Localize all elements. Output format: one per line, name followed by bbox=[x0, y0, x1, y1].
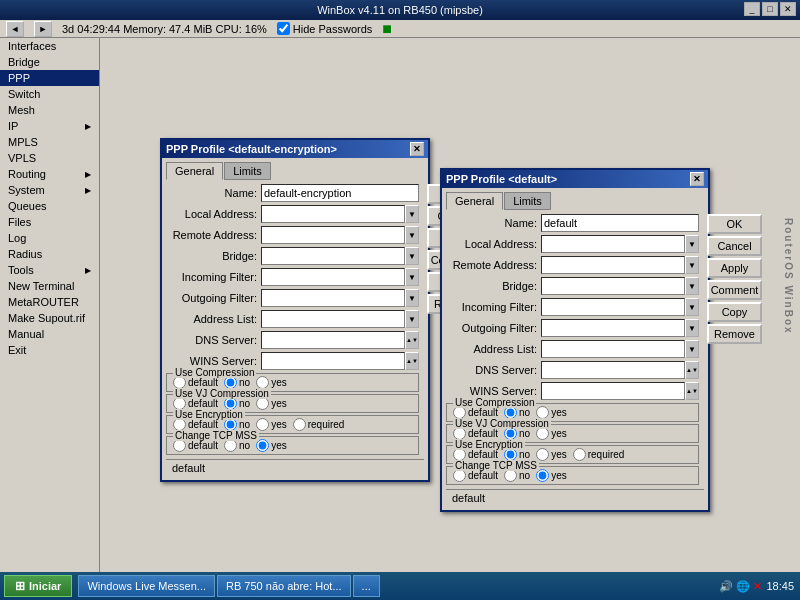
dialog2-bridge-arrow[interactable]: ▼ bbox=[685, 277, 699, 295]
status-text: 3d 04:29:44 Memory: 47.4 MiB CPU: 16% bbox=[62, 23, 267, 35]
sidebar-item-ppp[interactable]: PPP bbox=[0, 70, 99, 86]
dialog1-local-address-input[interactable] bbox=[261, 205, 405, 223]
dialog2-name-input[interactable] bbox=[541, 214, 699, 232]
dialog2-remote-address-label: Remote Address: bbox=[446, 259, 541, 271]
sidebar-item-make-supout[interactable]: Make Supout.rif bbox=[0, 310, 99, 326]
dialog1-bridge-arrow[interactable]: ▼ bbox=[405, 247, 419, 265]
dialog2-remote-address-input[interactable] bbox=[541, 256, 685, 274]
sidebar-item-queues[interactable]: Queues bbox=[0, 198, 99, 214]
dialog2-enc-required-radio[interactable] bbox=[573, 448, 586, 461]
sidebar-item-log[interactable]: Log bbox=[0, 230, 99, 246]
dialog2-buttons: OK Cancel Apply Comment Copy Remove bbox=[703, 214, 758, 487]
sidebar-item-system[interactable]: System▶ bbox=[0, 182, 99, 198]
dialog2-dns-server-input[interactable] bbox=[541, 361, 685, 379]
sidebar-item-vpls[interactable]: VPLS bbox=[0, 150, 99, 166]
sidebar-item-tools[interactable]: Tools▶ bbox=[0, 262, 99, 278]
sidebar-item-mesh[interactable]: Mesh bbox=[0, 102, 99, 118]
sidebar-item-files[interactable]: Files bbox=[0, 214, 99, 230]
dialog2-vj-compression-title: Use VJ Compression bbox=[453, 418, 551, 429]
dialog1-local-address-arrow[interactable]: ▼ bbox=[405, 205, 419, 223]
dialog2-wins-server-input[interactable] bbox=[541, 382, 685, 400]
tray-icon-x: ✕ bbox=[753, 580, 762, 593]
dialog2-tcp-yes-label[interactable]: yes bbox=[536, 469, 567, 482]
dialog2-comment-button[interactable]: Comment bbox=[707, 280, 762, 300]
sidebar-item-manual[interactable]: Manual bbox=[0, 326, 99, 342]
dialog1-incoming-filter-label: Incoming Filter: bbox=[166, 271, 261, 283]
dialog1-titlebar[interactable]: PPP Profile <default-encryption> ✕ bbox=[162, 140, 428, 158]
dialog2-titlebar[interactable]: PPP Profile <default> ✕ bbox=[442, 170, 708, 188]
dialog2-outgoing-filter-arrow[interactable]: ▼ bbox=[685, 319, 699, 337]
sidebar-item-mpls[interactable]: MPLS bbox=[0, 134, 99, 150]
dialog1-tcp-yes-label[interactable]: yes bbox=[256, 439, 287, 452]
taskbar-item-2[interactable]: ... bbox=[353, 575, 380, 597]
dialog2-ok-button[interactable]: OK bbox=[707, 214, 762, 234]
dialog1-address-list-arrow[interactable]: ▼ bbox=[405, 310, 419, 328]
dialog2-outgoing-filter-input[interactable] bbox=[541, 319, 685, 337]
sidebar-item-interfaces[interactable]: Interfaces bbox=[0, 38, 99, 54]
dialog2-tab-general[interactable]: General bbox=[446, 192, 503, 210]
dialog1-tab-limits[interactable]: Limits bbox=[224, 162, 271, 180]
sidebar-item-bridge[interactable]: Bridge bbox=[0, 54, 99, 70]
dialog1-address-list-input[interactable] bbox=[261, 310, 405, 328]
dialog2-incoming-filter-arrow[interactable]: ▼ bbox=[685, 298, 699, 316]
back-button[interactable]: ◄ bbox=[6, 21, 24, 37]
sidebar-item-routing[interactable]: Routing▶ bbox=[0, 166, 99, 182]
start-button[interactable]: ⊞ Iniciar bbox=[4, 575, 72, 597]
dialog1-remote-address-input[interactable] bbox=[261, 226, 405, 244]
dialog1-remote-address-arrow[interactable]: ▼ bbox=[405, 226, 419, 244]
sidebar-item-switch[interactable]: Switch bbox=[0, 86, 99, 102]
sidebar-item-ip[interactable]: IP▶ bbox=[0, 118, 99, 134]
hide-passwords-checkbox[interactable] bbox=[277, 22, 290, 35]
dialog2-copy-button[interactable]: Copy bbox=[707, 302, 762, 322]
dialog1-wins-server-arrow[interactable]: ▲▼ bbox=[405, 352, 419, 370]
dialog1-outgoing-filter-input[interactable] bbox=[261, 289, 405, 307]
sidebar-item-exit[interactable]: Exit bbox=[0, 342, 99, 358]
dialog2-cancel-button[interactable]: Cancel bbox=[707, 236, 762, 256]
dialog1-incoming-filter-arrow[interactable]: ▼ bbox=[405, 268, 419, 286]
dialog2-dns-server-arrow[interactable]: ▲▼ bbox=[685, 361, 699, 379]
dialog1-dns-server-arrow[interactable]: ▲▼ bbox=[405, 331, 419, 349]
dialog1-enc-required-radio[interactable] bbox=[293, 418, 306, 431]
dialog2-remote-address-arrow[interactable]: ▼ bbox=[685, 256, 699, 274]
dialog2-enc-required-label[interactable]: required bbox=[573, 448, 625, 461]
dialog1-enc-required-label[interactable]: required bbox=[293, 418, 345, 431]
sidebar-item-metarouter[interactable]: MetaROUTER bbox=[0, 294, 99, 310]
dialog1-incoming-filter-input[interactable] bbox=[261, 268, 405, 286]
tray-icons: 🔊 🌐 ✕ bbox=[719, 580, 762, 593]
dialog2-enc-yes-label[interactable]: yes bbox=[536, 448, 567, 461]
dialog1-enc-yes-label[interactable]: yes bbox=[256, 418, 287, 431]
dialog1-wins-server-input[interactable] bbox=[261, 352, 405, 370]
maximize-button[interactable]: □ bbox=[762, 2, 778, 16]
dialog2-address-list-arrow[interactable]: ▼ bbox=[685, 340, 699, 358]
dialog2-local-address-input[interactable] bbox=[541, 235, 685, 253]
dialog1-bridge-input[interactable] bbox=[261, 247, 405, 265]
dialog2-address-list-input[interactable] bbox=[541, 340, 685, 358]
dialog1-bridge-label: Bridge: bbox=[166, 250, 261, 262]
dialog2-incoming-filter-input[interactable] bbox=[541, 298, 685, 316]
dialog2-local-address-arrow[interactable]: ▼ bbox=[685, 235, 699, 253]
dialog1-outgoing-filter-arrow[interactable]: ▼ bbox=[405, 289, 419, 307]
taskbar-item-0[interactable]: Windows Live Messen... bbox=[78, 575, 215, 597]
dialog1-name-input[interactable] bbox=[261, 184, 419, 202]
dialog2-remove-button[interactable]: Remove bbox=[707, 324, 762, 344]
dialog1-incoming-filter-row: Incoming Filter: ▼ bbox=[166, 268, 419, 286]
minimize-button[interactable]: _ bbox=[744, 2, 760, 16]
forward-button[interactable]: ► bbox=[34, 21, 52, 37]
dialog2-bridge-input[interactable] bbox=[541, 277, 685, 295]
dialog2-wins-server-arrow[interactable]: ▲▼ bbox=[685, 382, 699, 400]
dialog2-close-button[interactable]: ✕ bbox=[690, 172, 704, 186]
dialog-ppp-default: PPP Profile <default> ✕ General Limits N… bbox=[440, 168, 710, 512]
dialog1-tab-general[interactable]: General bbox=[166, 162, 223, 180]
dialog2-apply-button[interactable]: Apply bbox=[707, 258, 762, 278]
dialog1-dns-server-input[interactable] bbox=[261, 331, 405, 349]
sidebar-item-radius[interactable]: Radius bbox=[0, 246, 99, 262]
dialog2-tab-limits[interactable]: Limits bbox=[504, 192, 551, 210]
hide-passwords-label: Hide Passwords bbox=[277, 22, 372, 35]
taskbar-items: Windows Live Messen... RB 750 não abre: … bbox=[78, 575, 719, 597]
dialog1-dns-server-row: DNS Server: ▲▼ bbox=[166, 331, 419, 349]
sidebar-item-new-terminal[interactable]: New Terminal bbox=[0, 278, 99, 294]
dialog1-title: PPP Profile <default-encryption> bbox=[166, 143, 337, 155]
taskbar-item-1[interactable]: RB 750 não abre: Hot... bbox=[217, 575, 351, 597]
close-button[interactable]: ✕ bbox=[780, 2, 796, 16]
dialog1-close-button[interactable]: ✕ bbox=[410, 142, 424, 156]
